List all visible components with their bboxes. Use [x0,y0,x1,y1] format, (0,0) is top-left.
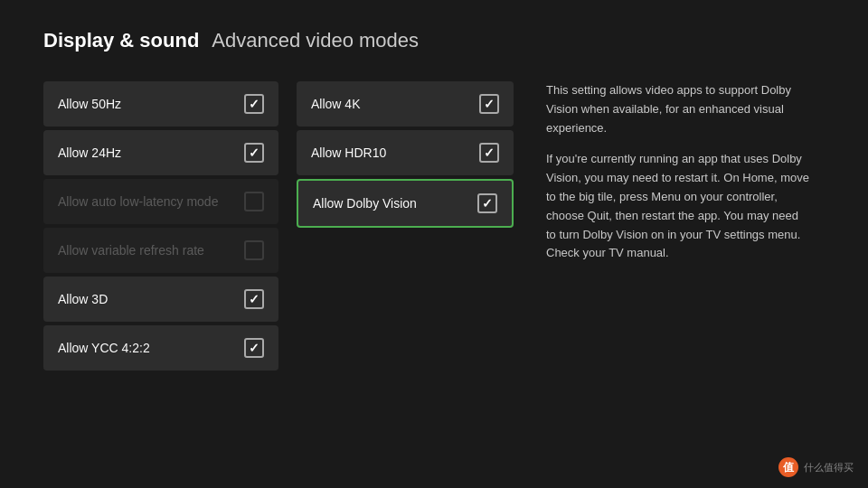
setting-label-allow-variable-refresh: Allow variable refresh rate [58,243,204,258]
watermark-text: 什么值得买 [804,461,854,474]
checkbox-allow-dolby-vision[interactable] [477,193,497,213]
setting-label-allow-50hz: Allow 50Hz [58,97,121,111]
checkbox-allow-3d[interactable] [244,289,264,309]
header-main-title: Display & sound [43,29,199,52]
setting-item-allow-24hz[interactable]: Allow 24Hz [43,130,278,175]
watermark: 值 什么值得买 [778,457,854,477]
setting-item-allow-hdr10[interactable]: Allow HDR10 [297,130,514,175]
checkbox-allow-24hz[interactable] [244,143,264,163]
setting-item-allow-dolby-vision[interactable]: Allow Dolby Vision [297,179,514,228]
setting-item-allow-4k[interactable]: Allow 4K [297,81,514,127]
setting-item-allow-3d[interactable]: Allow 3D [43,277,278,322]
setting-label-allow-3d: Allow 3D [58,292,108,306]
setting-label-allow-24hz: Allow 24Hz [58,145,121,160]
content-area: Allow 50HzAllow 24HzAllow auto low-laten… [43,81,825,459]
setting-item-allow-50hz[interactable]: Allow 50Hz [43,81,278,127]
checkbox-allow-50hz[interactable] [244,94,264,114]
setting-item-allow-ycc422[interactable]: Allow YCC 4:2:2 [43,325,278,371]
setting-label-allow-hdr10: Allow HDR10 [311,145,386,160]
setting-item-allow-auto-low-latency: Allow auto low-latency mode [43,179,278,224]
setting-label-allow-dolby-vision: Allow Dolby Vision [313,196,417,211]
setting-label-allow-auto-low-latency: Allow auto low-latency mode [58,194,218,209]
setting-label-allow-4k: Allow 4K [311,97,360,111]
setting-label-allow-ycc422: Allow YCC 4:2:2 [58,341,150,355]
setting-item-allow-variable-refresh: Allow variable refresh rate [43,228,278,273]
checkbox-allow-4k[interactable] [479,94,499,114]
description-panel: This setting allows video apps to suppor… [532,81,825,459]
page: Display & sound Advanced video modes All… [0,0,868,488]
checkbox-allow-auto-low-latency [244,192,264,211]
checkbox-allow-hdr10[interactable] [479,143,499,163]
header-sub-title: Advanced video modes [212,29,419,52]
description-paragraph-1: This setting allows video apps to suppor… [546,81,810,137]
checkbox-allow-ycc422[interactable] [244,338,264,358]
checkbox-allow-variable-refresh [244,240,264,260]
left-column: Allow 50HzAllow 24HzAllow auto low-laten… [43,81,278,459]
right-column: Allow 4KAllow HDR10Allow Dolby Vision [297,81,514,459]
watermark-icon: 值 [778,457,798,477]
description-paragraph-2: If you're currently running an app that … [546,150,810,263]
page-header: Display & sound Advanced video modes [43,29,825,52]
